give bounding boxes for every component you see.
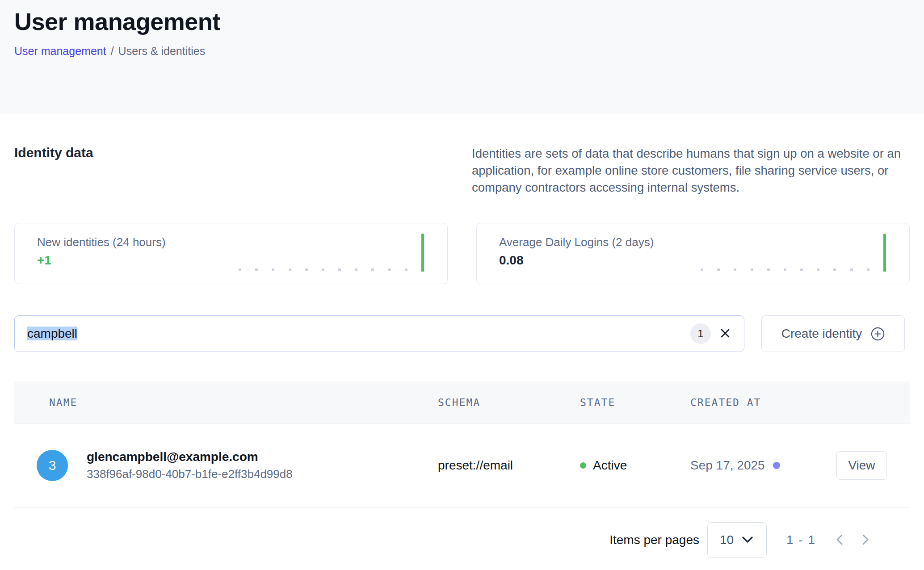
stat-card-new-identities: New identities (24 hours) +1 <box>14 223 448 284</box>
page-range: 1 - 1 <box>786 533 816 547</box>
state-cell: Active <box>580 458 690 473</box>
breadcrumb-current: Users & identities <box>118 45 206 57</box>
main-content: Identity data Identities are sets of dat… <box>0 145 924 558</box>
clear-search-button[interactable] <box>718 326 732 342</box>
search-input[interactable]: campbell 1 <box>14 315 744 352</box>
search-row: campbell 1 Create identity <box>14 315 910 352</box>
previous-page-button[interactable] <box>835 532 844 548</box>
identity-id: 338f96af-98d0-40b7-b1fe-e2ff3b4d99d8 <box>87 467 293 481</box>
breadcrumb: User management/Users & identities <box>14 45 910 58</box>
items-per-page-label: Items per pages <box>609 533 699 547</box>
actions-cell: View <box>831 451 910 480</box>
identity-data-intro: Identity data Identities are sets of dat… <box>14 145 910 196</box>
active-status-dot <box>580 462 586 469</box>
page-header: User management User management/Users & … <box>0 0 924 114</box>
avatar: 3 <box>37 450 68 481</box>
next-page-button[interactable] <box>861 532 870 548</box>
stat-cards: New identities (24 hours) +1 Average Dai… <box>14 223 910 284</box>
schema-cell: preset://email <box>438 458 580 473</box>
breadcrumb-separator: / <box>111 45 114 57</box>
created-at-dot <box>773 462 780 469</box>
created-at-cell: Sep 17, 2025 <box>690 458 831 473</box>
stat-card-average-logins: Average Daily Logins (2 days) 0.08 <box>476 223 910 284</box>
section-heading: Identity data <box>14 145 93 196</box>
breadcrumb-link-user-management[interactable]: User management <box>14 45 106 57</box>
name-cell: 3 glencampbell@example.com 338f96af-98d0… <box>14 450 438 481</box>
column-header-created-at: CREATED AT <box>690 397 831 408</box>
section-description: Identities are sets of data that describ… <box>472 145 910 196</box>
search-meta: 1 <box>690 323 732 344</box>
close-icon <box>718 326 732 342</box>
column-header-name: NAME <box>14 397 438 408</box>
sparkline-chart <box>239 234 424 272</box>
column-header-schema: SCHEMA <box>438 397 580 408</box>
create-identity-button[interactable]: Create identity <box>761 315 905 352</box>
chevron-left-icon <box>835 532 844 548</box>
pagination: Items per pages 10 1 - 1 <box>14 522 910 558</box>
sparkline-chart <box>701 234 886 272</box>
search-input-value: campbell <box>27 327 77 341</box>
items-per-page-select[interactable]: 10 <box>707 522 767 558</box>
create-identity-label: Create identity <box>781 327 862 341</box>
result-count-badge: 1 <box>690 323 711 344</box>
identity-email: glencampbell@example.com <box>87 450 293 464</box>
table-row[interactable]: 3 glencampbell@example.com 338f96af-98d0… <box>14 424 910 507</box>
view-button[interactable]: View <box>836 451 887 480</box>
plus-circle-icon <box>871 327 885 341</box>
created-date: Sep 17, 2025 <box>690 458 765 473</box>
identity-name-block: glencampbell@example.com 338f96af-98d0-4… <box>87 450 293 481</box>
column-header-state: STATE <box>580 397 690 408</box>
identities-table: NAME SCHEMA STATE CREATED AT 3 glencampb… <box>14 381 910 507</box>
table-header-row: NAME SCHEMA STATE CREATED AT <box>14 381 910 424</box>
chevron-down-icon <box>741 536 754 545</box>
chevron-right-icon <box>861 532 870 548</box>
page-title: User management <box>14 7 910 37</box>
state-label: Active <box>593 458 627 473</box>
items-per-page-value: 10 <box>720 533 734 547</box>
